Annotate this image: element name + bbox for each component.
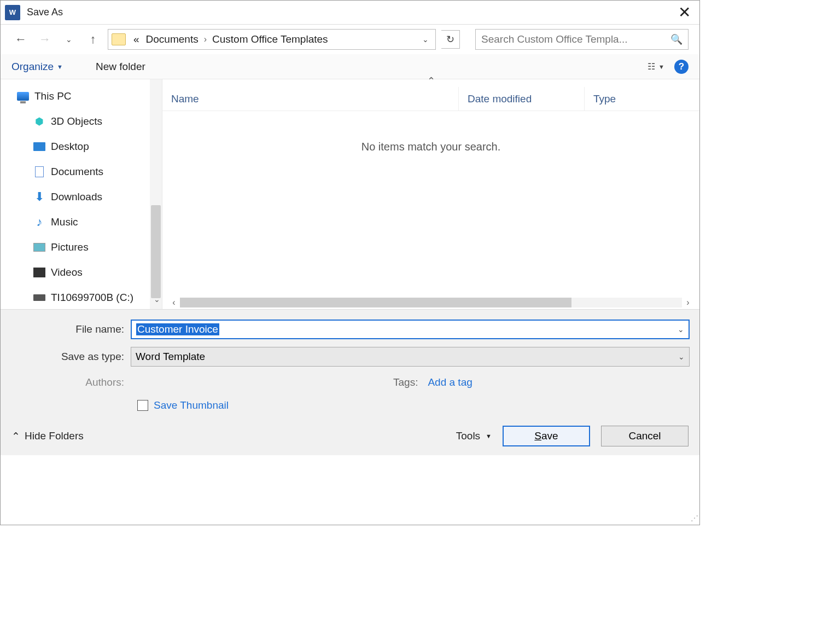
chevron-up-icon: ⌃ — [11, 430, 20, 443]
organize-menu[interactable]: Organize▼ — [11, 61, 63, 73]
back-button[interactable]: ← — [11, 30, 30, 49]
navigation-tree[interactable]: This PC ⬢3D Objects Desktop Documents ⬇D… — [1, 79, 162, 309]
save-thumbnail-label[interactable]: Save Thumbnail — [154, 399, 229, 411]
collapse-chevron[interactable]: ⌃ — [162, 79, 699, 87]
help-button[interactable]: ? — [674, 60, 689, 74]
breadcrumb-documents[interactable]: Documents — [143, 33, 202, 45]
music-icon: ♪ — [33, 216, 45, 228]
tree-pictures[interactable]: Pictures — [11, 235, 162, 260]
resize-grip[interactable]: ⋰ — [691, 514, 697, 522]
save-type-label: Save as type: — [10, 351, 131, 363]
column-header-name[interactable]: Name — [162, 87, 459, 111]
tree-music[interactable]: ♪Music — [11, 210, 162, 235]
breadcrumb-current[interactable]: Custom Office Templates — [209, 33, 331, 45]
downloads-icon: ⬇ — [33, 191, 45, 203]
save-type-value: Word Template — [136, 351, 205, 363]
drive-icon — [33, 294, 45, 301]
file-list-pane: ⌃ Name Date modified Type No items match… — [162, 79, 699, 309]
column-header-type[interactable]: Type — [585, 87, 699, 111]
tree-this-pc[interactable]: This PC — [11, 84, 162, 109]
tools-menu[interactable]: Tools▼ — [456, 430, 492, 442]
save-thumbnail-checkbox[interactable] — [137, 400, 148, 411]
save-type-field[interactable]: Word Template ⌄ — [131, 347, 690, 367]
cube-icon: ⬢ — [33, 115, 45, 127]
recent-locations-dropdown[interactable]: ⌄ — [60, 30, 78, 49]
this-pc-icon — [17, 92, 29, 101]
tree-desktop[interactable]: Desktop — [11, 134, 162, 159]
tree-documents[interactable]: Documents — [11, 159, 162, 184]
add-tag-link[interactable]: Add a tag — [428, 376, 472, 388]
tree-videos[interactable]: Videos — [11, 260, 162, 285]
breadcrumb-prefix: « — [130, 33, 143, 45]
view-options-button[interactable]: ☷ ▼ — [648, 61, 664, 72]
desktop-icon — [33, 142, 45, 151]
close-button[interactable]: ✕ — [674, 3, 695, 21]
pictures-icon — [33, 243, 45, 252]
search-icon[interactable]: 🔍 — [670, 33, 682, 45]
videos-icon — [33, 268, 45, 277]
forward-button[interactable]: → — [36, 30, 54, 49]
up-button[interactable]: ↑ — [84, 30, 102, 49]
save-button[interactable]: Save — [503, 426, 590, 446]
authors-label: Authors: — [10, 376, 131, 388]
filename-label: File name: — [10, 323, 131, 335]
search-input[interactable] — [481, 33, 667, 45]
hide-folders-button[interactable]: ⌃ Hide Folders — [11, 430, 84, 443]
tree-3d-objects[interactable]: ⬢3D Objects — [11, 109, 162, 134]
save-type-dropdown[interactable]: ⌄ — [678, 352, 685, 361]
address-bar[interactable]: « Documents › Custom Office Templates ⌄ — [108, 29, 436, 50]
address-dropdown[interactable]: ⌄ — [419, 35, 432, 44]
tags-label: Tags: — [393, 376, 418, 388]
tree-scrollbar[interactable] — [150, 79, 162, 309]
cancel-button[interactable]: Cancel — [601, 426, 689, 446]
filename-field[interactable]: Customer Invoice ⌄ — [131, 320, 690, 339]
refresh-button[interactable]: ↻ — [441, 30, 460, 49]
filename-dropdown[interactable]: ⌄ — [678, 325, 684, 334]
search-box[interactable]: 🔍 — [475, 29, 689, 50]
tree-expand-chevron[interactable]: ⌄ — [154, 295, 160, 304]
filename-value[interactable]: Customer Invoice — [136, 323, 219, 335]
dialog-title: Save As — [27, 7, 63, 18]
breadcrumb-separator: › — [202, 34, 209, 44]
tree-drive-c[interactable]: TI10699700B (C:) — [11, 285, 162, 310]
new-folder-button[interactable]: New folder — [96, 61, 145, 73]
column-header-date[interactable]: Date modified — [459, 87, 585, 111]
empty-list-message: No items match your search. — [162, 141, 699, 153]
documents-icon — [35, 166, 44, 177]
folder-icon — [112, 33, 126, 45]
tree-downloads[interactable]: ⬇Downloads — [11, 184, 162, 210]
word-app-icon: W — [5, 5, 20, 20]
horizontal-scrollbar[interactable]: ‹ › — [168, 296, 694, 309]
